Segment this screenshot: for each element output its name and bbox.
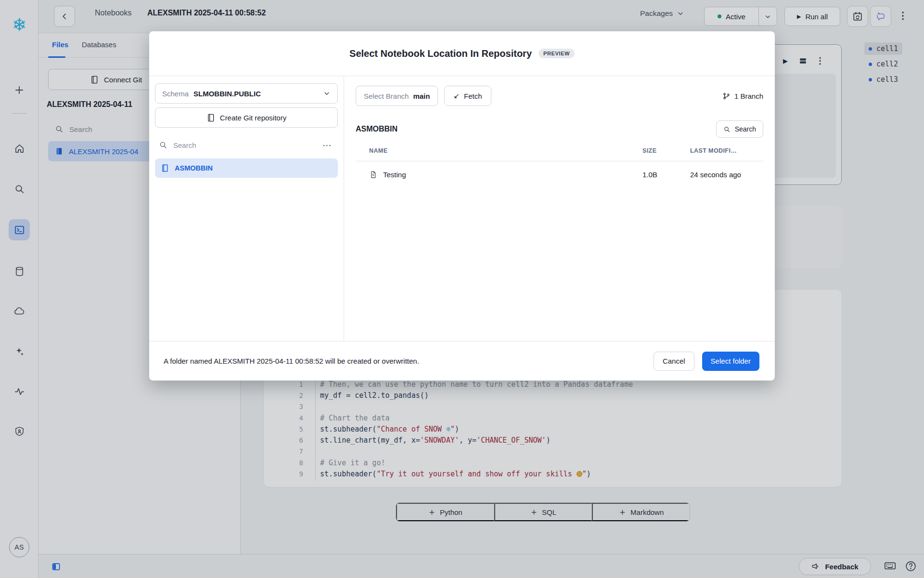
branch-name: main <box>413 92 430 100</box>
search-placeholder: Search <box>173 141 321 149</box>
file-search-button[interactable]: Search <box>716 120 763 138</box>
app-window: ❄ AS <box>0 0 924 578</box>
branch-count-label: 1 Branch <box>734 92 763 100</box>
file-name: Testing <box>383 171 406 179</box>
create-git-repository-label: Create Git repository <box>220 114 286 122</box>
file-modified: 24 seconds ago <box>690 171 763 179</box>
git-repo-icon <box>206 113 216 122</box>
repository-tree-item-asmobbin[interactable]: ASMOBBIN <box>155 158 338 178</box>
arrow-down-left-icon: ↙ <box>453 92 460 100</box>
search-icon <box>159 141 167 149</box>
repository-content-pane: Select Branch main ↙ Fetch 1 Branch ASMO… <box>344 76 775 341</box>
preview-badge: PREVIEW <box>539 49 575 58</box>
fetch-label: Fetch <box>464 92 482 100</box>
tree-options-button[interactable]: ⋯ <box>321 140 334 151</box>
file-icon <box>369 171 377 179</box>
repository-tree-pane: Schema SLMOBBIN.PUBLIC Create Git reposi… <box>149 76 344 341</box>
file-row[interactable]: Testing1.0B24 seconds ago <box>356 161 763 187</box>
git-repo-icon <box>161 164 169 172</box>
select-branch-label: Select Branch <box>364 92 409 100</box>
overwrite-warning: A folder named ALEXSMITH 2025-04-11 00:5… <box>164 357 419 365</box>
file-search-label: Search <box>735 125 756 133</box>
fetch-button[interactable]: ↙ Fetch <box>444 86 491 106</box>
chevron-down-icon <box>323 90 331 97</box>
repository-tree-item-label: ASMOBBIN <box>175 164 213 172</box>
column-header-name: NAME <box>356 147 642 154</box>
dialog-footer: A folder named ALEXSMITH 2025-04-11 00:5… <box>149 341 775 381</box>
column-header-last-modified: LAST MODIFI… <box>690 147 763 154</box>
repository-heading: ASMOBBIN <box>356 125 398 133</box>
file-table-header: NAME SIZE LAST MODIFI… <box>356 144 763 157</box>
git-branch-icon <box>722 92 731 100</box>
branch-count: 1 Branch <box>722 92 763 100</box>
select-branch-button[interactable]: Select Branch main <box>356 86 438 106</box>
search-icon <box>723 126 731 133</box>
schema-value: SLMOBBIN.PUBLIC <box>193 90 318 98</box>
schema-label: Schema <box>162 90 189 98</box>
file-size: 1.0B <box>642 171 690 179</box>
column-header-size: SIZE <box>642 147 690 154</box>
file-table-rows: Testing1.0B24 seconds ago <box>356 161 763 187</box>
repository-search-input[interactable]: Search ⋯ <box>155 134 338 156</box>
dialog-header: Select Notebook Location In Repository P… <box>149 31 775 76</box>
cancel-button[interactable]: Cancel <box>654 352 694 371</box>
select-folder-button[interactable]: Select folder <box>702 352 759 371</box>
select-notebook-location-dialog: Select Notebook Location In Repository P… <box>149 31 775 381</box>
dialog-title: Select Notebook Location In Repository <box>349 48 532 59</box>
create-git-repository-button[interactable]: Create Git repository <box>155 107 338 128</box>
schema-select[interactable]: Schema SLMOBBIN.PUBLIC <box>155 83 338 104</box>
